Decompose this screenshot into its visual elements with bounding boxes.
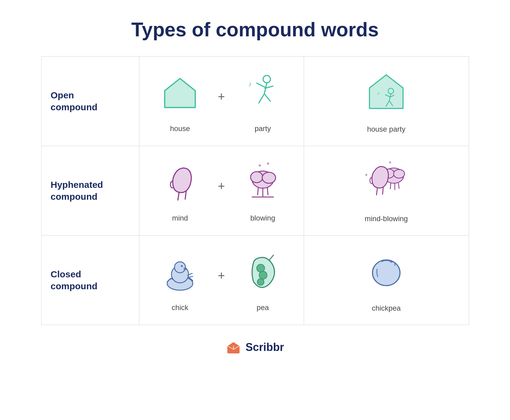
- svg-line-36: [376, 188, 377, 195]
- chick-label: chick: [172, 303, 189, 312]
- svg-line-7: [264, 94, 270, 101]
- mind-label: mind: [172, 214, 188, 222]
- party-label: party: [255, 124, 271, 133]
- scribbr-logo-icon: [226, 340, 241, 354]
- svg-point-40: [174, 262, 185, 273]
- footer: Scribbr: [226, 340, 284, 354]
- row1-result-cell: ♪ house party: [304, 57, 469, 146]
- svg-point-23: [262, 172, 276, 183]
- plus-sign-1: +: [215, 90, 228, 104]
- compound-words-grid: Open compound house +: [41, 56, 469, 325]
- mind-blowing-icon: + +: [362, 158, 411, 207]
- svg-point-46: [257, 279, 264, 285]
- svg-line-24: [258, 188, 258, 195]
- party-group: ♪ party: [228, 69, 297, 133]
- svg-line-33: [390, 183, 391, 189]
- svg-text:♪: ♪: [248, 80, 252, 88]
- plus-sign-2: +: [215, 179, 228, 193]
- row2-result-cell: + + mind-blowing: [304, 146, 469, 236]
- svg-text:+: +: [258, 163, 262, 169]
- svg-line-17: [178, 192, 179, 200]
- row2-equation-cell: mind + + +: [139, 146, 304, 236]
- chickpea-icon: [362, 248, 411, 297]
- row-label-hyphenated: Hyphenated compound: [42, 146, 139, 236]
- party-icon: ♪: [238, 69, 287, 118]
- row3-equation-cell: chick + pea: [139, 236, 304, 325]
- house-group: house: [145, 69, 215, 133]
- svg-line-6: [259, 94, 264, 103]
- page-title: Types of compound words: [131, 18, 379, 41]
- house-label: house: [170, 124, 190, 133]
- chickpea-label: chickpea: [372, 304, 401, 312]
- house-party-label: house party: [367, 125, 405, 133]
- blowing-group: + + blowing: [228, 159, 297, 222]
- pea-group: pea: [228, 248, 297, 312]
- blowing-label: blowing: [250, 214, 275, 222]
- chick-icon: [156, 248, 204, 297]
- svg-point-45: [259, 271, 267, 279]
- scribbr-brand-name: Scribbr: [245, 341, 284, 354]
- row-label-open: Open compound: [42, 57, 139, 146]
- house-party-icon: ♪: [362, 69, 411, 118]
- chick-group: chick: [145, 248, 215, 312]
- row3-result-cell: chickpea: [304, 236, 469, 325]
- pea-icon: [238, 248, 287, 297]
- svg-marker-0: [165, 79, 195, 108]
- mind-icon: [156, 159, 204, 208]
- svg-line-35: [398, 183, 399, 188]
- row1-equation-cell: house +: [139, 57, 304, 146]
- svg-point-22: [251, 172, 263, 183]
- mind-blowing-label: mind-blowing: [365, 214, 408, 223]
- svg-text:♪: ♪: [377, 90, 380, 96]
- plus-sign-3: +: [215, 269, 228, 283]
- svg-text:+: +: [389, 160, 391, 165]
- svg-text:+: +: [266, 162, 270, 167]
- svg-point-2: [263, 75, 270, 83]
- row-label-closed: Closed compound: [42, 236, 139, 325]
- house-icon: [156, 69, 204, 118]
- svg-marker-9: [369, 75, 403, 108]
- svg-line-18: [185, 192, 186, 199]
- svg-line-37: [383, 187, 383, 194]
- blowing-icon: + +: [238, 159, 287, 208]
- pea-label: pea: [257, 303, 269, 312]
- svg-line-4: [257, 83, 266, 88]
- svg-point-32: [394, 170, 405, 178]
- svg-point-41: [181, 265, 183, 267]
- mind-group: mind: [145, 159, 215, 222]
- svg-line-26: [267, 188, 268, 195]
- svg-text:+: +: [365, 172, 368, 177]
